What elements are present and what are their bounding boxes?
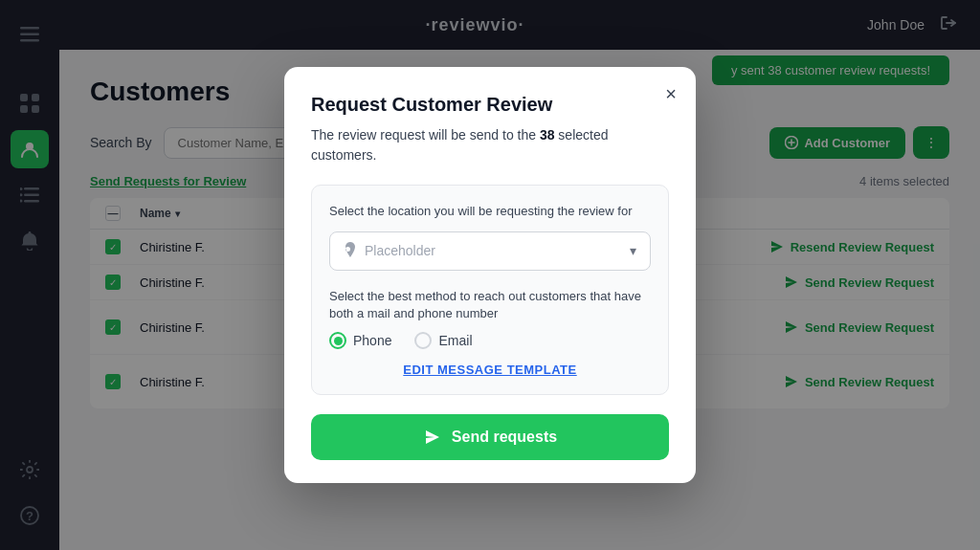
phone-radio[interactable] (329, 332, 346, 349)
edit-message-template-link[interactable]: EDIT MESSAGE TEMPLATE (329, 363, 651, 377)
method-section-label: Select the best method to reach out cust… (329, 288, 651, 322)
phone-label: Phone (353, 333, 391, 348)
email-radio[interactable] (414, 332, 432, 349)
email-label: Email (438, 333, 472, 348)
modal-inner: Select the location you will be requesti… (311, 185, 669, 396)
phone-option[interactable]: Phone (329, 332, 391, 349)
send-requests-icon (423, 428, 442, 447)
location-select[interactable]: Placeholder ▾ (329, 231, 651, 271)
review-request-modal: Request Customer Review The review reque… (284, 67, 696, 484)
pin-icon (344, 242, 357, 260)
location-section-label: Select the location you will be requesti… (329, 203, 651, 220)
location-select-wrap: Placeholder ▾ (329, 231, 651, 271)
send-requests-button[interactable]: Send requests (311, 414, 669, 460)
modal-subtitle: The review request will be send to the 3… (311, 125, 669, 165)
contact-method-group: Phone Email (329, 332, 651, 349)
modal-title: Request Customer Review (311, 94, 669, 116)
modal-close-button[interactable]: × (665, 84, 677, 103)
location-placeholder-text: Placeholder (365, 243, 622, 258)
modal-overlay: Request Customer Review The review reque… (0, 0, 980, 550)
email-option[interactable]: Email (414, 332, 472, 349)
chevron-down-icon: ▾ (630, 243, 636, 258)
send-requests-label: Send requests (452, 429, 557, 446)
